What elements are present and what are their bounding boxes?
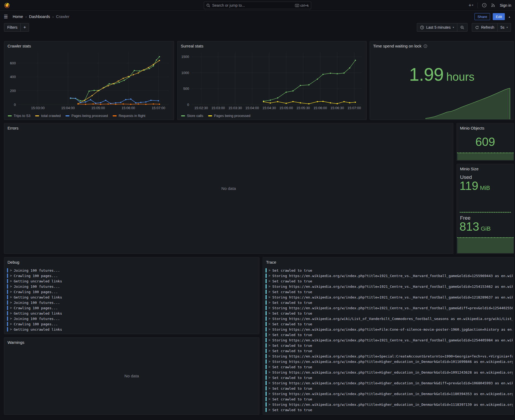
breadcrumb-bar: ☰ Home › Dashboards › Crawler Share Edit… [0,11,515,22]
log-level-bar [266,279,267,283]
log-line[interactable]: >Storing https://en.wikipedia.org/w/inde… [266,402,513,407]
log-line[interactable]: >Getting uncrawled links [7,327,258,332]
panel-title[interactable]: Minio Objects [460,126,484,130]
breadcrumb-dashboards[interactable]: Dashboards [29,14,50,19]
refresh-interval-picker[interactable]: 5s ▾ [497,23,511,32]
log-line[interactable]: >Set crawled to true [266,321,513,327]
log-line[interactable]: >Getting uncrawled links [7,294,258,300]
log-line[interactable]: >Crawling 100 pages... [7,273,258,278]
panel-trace: Trace >Set crawled to true>Storing https… [263,257,514,415]
sign-in-button[interactable]: Sign in [500,3,511,8]
log-line[interactable]: >Crawling 100 pages... [7,305,258,311]
refresh-button[interactable]: Refresh [472,23,498,32]
breadcrumb-home[interactable]: Home [13,14,23,19]
help-icon[interactable]: ? [482,3,487,8]
expand-chevron-icon: > [268,290,270,294]
log-level-bar [266,333,267,337]
edit-button[interactable]: Edit [493,13,505,20]
log-line[interactable]: >Storing https://en.wikipedia.org/wiki/L… [266,316,513,321]
zoom-out-button[interactable] [457,23,468,32]
time-range-picker[interactable]: Last 5 minutes ▾ [417,23,457,32]
grafana-logo-icon[interactable] [4,2,10,9]
legend-item[interactable]: Requests in flight [113,114,145,118]
chevron-right-icon: › [25,15,27,19]
log-line[interactable]: >Set crawled to true [266,289,513,294]
log-line[interactable]: >Storing https://en.wikipedia.org/w/inde… [266,370,513,375]
log-message: Storing https://en.wikipedia.org/w/index… [272,338,513,342]
panel-title[interactable]: Minio Size [460,167,479,171]
chevron-up-icon[interactable]: ▴ [507,15,511,19]
log-line[interactable]: >Getting uncrawled links [7,278,258,284]
log-line[interactable]: >Set crawled to true [266,332,513,337]
log-level-bar [266,274,267,278]
log-line[interactable]: >Storing https://en.wikipedia.org/w/inde… [266,359,513,364]
legend-item[interactable]: Store calls [181,114,203,118]
legend-item[interactable]: Pages being processed [208,114,251,118]
log-line[interactable]: >Storing https://en.wikipedia.org/w/inde… [266,327,513,332]
menu-toggle-icon[interactable]: ☰ [4,14,8,20]
legend-item[interactable]: Trips to S3 [8,114,30,118]
search-input[interactable] [212,3,295,8]
log-level-bar [7,306,8,310]
minio-objects-value: 609 [457,135,514,149]
expand-chevron-icon: > [10,285,12,288]
log-line[interactable]: >Getting uncrawled links [7,311,258,316]
chevron-right-icon: › [52,15,53,19]
panel-title[interactable]: Time spend waiting on lock [373,44,427,48]
log-line[interactable]: >Storing https://en.wikipedia.org/w/inde… [266,380,513,386]
log-line[interactable]: >Crawling 100 pages... [7,321,258,327]
log-line[interactable]: >Joining 100 futures... [7,300,258,305]
log-line[interactable]: >Storing https://en.wikipedia.org/w/inde… [266,294,513,300]
log-line[interactable]: >Set crawled to true [266,343,513,348]
log-level-bar [7,316,8,321]
log-line[interactable]: >Set crawled to true [266,407,513,412]
info-icon[interactable] [424,44,427,48]
log-line[interactable]: >Storing https://en.wikipedia.org/w/inde… [266,391,513,396]
panel-title[interactable]: Trace [266,260,276,264]
surreal-stats-chart[interactable]: 05001000150015:02:3015:03:0015:03:3015:0… [180,50,364,112]
expand-chevron-icon: > [268,327,270,331]
log-message: Storing https://en.wikipedia.org/w/index… [272,306,513,310]
log-line[interactable]: >Set crawled to true [266,375,513,380]
filters-label[interactable]: Filters [4,23,21,32]
log-message: Crawling 100 pages... [14,306,58,310]
log-line[interactable]: >Storing https://en.wikipedia.org/w/inde… [266,305,513,311]
minio-used-value: 119MiB [459,179,490,193]
log-line[interactable]: >Set crawled to true [266,278,513,284]
legend-item[interactable]: total crawled [35,114,61,118]
log-line[interactable]: >Set crawled to true [266,364,513,370]
log-line[interactable]: >Storing https://en.wikipedia.org/w/inde… [266,337,513,343]
log-line[interactable]: >Joining 100 futures... [7,316,258,321]
add-menu-button[interactable]: +▾ [469,3,473,8]
expand-chevron-icon: > [268,333,270,337]
panel-title[interactable]: Crawler stats [8,44,31,48]
minio-free-value: 813GiB [459,220,491,233]
expand-chevron-icon: > [10,295,12,299]
news-rss-icon[interactable] [491,3,495,8]
log-line[interactable]: >Crawling 100 pages... [7,289,258,294]
panel-title[interactable]: Surreal stats [181,44,203,48]
share-button[interactable]: Share [474,13,490,20]
log-line[interactable]: >Set crawled to true [266,311,513,316]
expand-chevron-icon: > [268,344,270,347]
crawler-stats-chart[interactable]: 020040060015:03:0015:04:0015:05:0015:06:… [6,50,171,112]
add-filter-button[interactable]: + [20,23,29,32]
log-line[interactable]: >Set crawled to true [266,396,513,402]
panel-title[interactable]: Debug [8,260,19,264]
log-line[interactable]: >Joining 100 futures... [7,284,258,289]
log-line[interactable]: >Storing https://en.wikipedia.org/w/inde… [266,284,513,289]
log-line[interactable]: >Storing https://en.wikipedia.org/w/inde… [266,273,513,278]
log-line[interactable]: >Set crawled to true [266,348,513,353]
log-line[interactable]: >Set crawled to true [266,300,513,305]
log-line[interactable]: >Joining 100 futures... [7,268,258,273]
log-line[interactable]: >Set crawled to true [266,386,513,391]
log-message: Set crawled to true [272,290,312,294]
legend-item[interactable]: Pages being processed [65,114,108,118]
dashboard-toolbar: Filters + Last 5 minutes ▾ [0,23,515,32]
svg-text:15:06:00: 15:06:00 [122,106,135,110]
panel-warnings: Warnings No data [4,337,259,415]
log-line[interactable]: >Set crawled to true [266,268,513,273]
log-line[interactable]: >Storing https://en.wikipedia.org/w/inde… [266,353,513,359]
log-message: Storing https://en.wikipedia.org/wiki/Li… [272,317,513,321]
expand-chevron-icon: > [268,317,270,320]
